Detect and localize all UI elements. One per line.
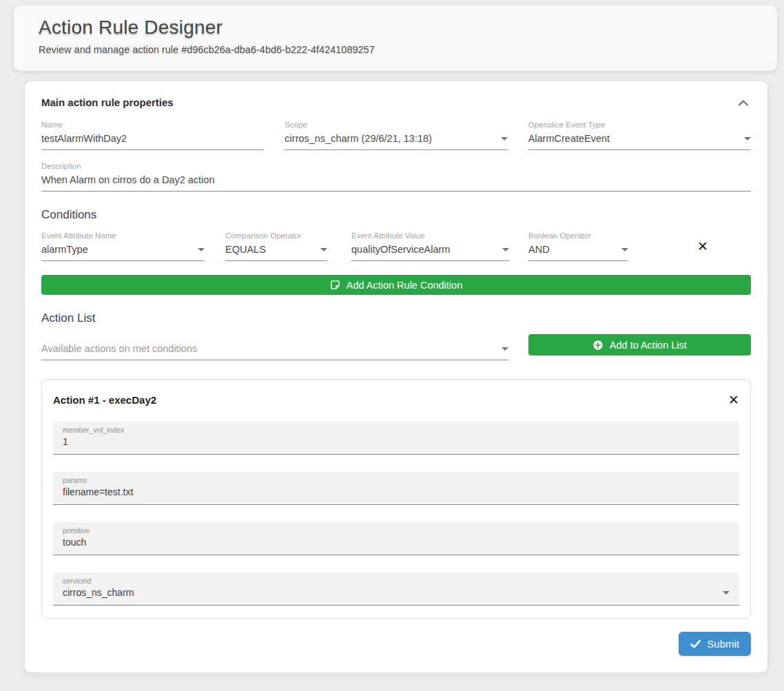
primitive-input[interactable]: touch <box>63 537 730 548</box>
collapse-panel-button[interactable] <box>736 95 751 110</box>
primitive-label: primitive <box>63 526 730 535</box>
page-subtitle: Review and manage action rule #d96cb26a-… <box>39 44 777 55</box>
boolean-operator-value[interactable]: AND <box>528 244 550 255</box>
section-title-main-properties: Main action rule properties <box>41 96 751 108</box>
page-title: Action Rule Designer <box>39 17 777 39</box>
condition-row: Event Attribute Name alarmType Compariso… <box>41 231 751 261</box>
submit-row: Submit <box>41 632 751 656</box>
comparison-operator-select[interactable]: Comparison Operator EQUALS <box>225 231 327 261</box>
dropdown-caret-icon <box>744 137 751 141</box>
dropdown-caret-icon <box>501 137 508 141</box>
conditions-heading: Conditions <box>41 208 751 222</box>
dropdown-caret-icon <box>723 591 730 595</box>
action-list-row: Available actions on met conditions Add … <box>41 334 751 360</box>
event-attribute-name-label: Event Attribute Name <box>41 231 205 240</box>
dropdown-caret-icon <box>502 248 509 251</box>
params-label: params <box>63 476 730 484</box>
event-type-label: Openslice Event Type <box>528 121 751 129</box>
member-vnf-index-input[interactable]: 1 <box>63 436 730 447</box>
event-attribute-name-value[interactable]: alarmType <box>41 244 88 255</box>
chevron-up-icon <box>739 100 748 106</box>
event-type-select[interactable]: Openslice Event Type AlarmCreateEvent <box>528 121 751 150</box>
primitive-field[interactable]: primitive touch <box>53 522 739 555</box>
remove-action-button[interactable]: ✕ <box>728 393 739 406</box>
member-vnf-index-field[interactable]: member_vnf_index 1 <box>53 422 739 455</box>
remove-condition-button[interactable]: ✕ <box>697 240 708 253</box>
submit-button[interactable]: Submit <box>679 632 751 656</box>
event-attribute-value-label: Event Attribute Value <box>351 231 509 240</box>
action-rule-form-card: Main action rule properties Name testAla… <box>24 81 768 673</box>
add-circle-icon <box>592 340 604 351</box>
add-to-action-list-button[interactable]: Add to Action List <box>528 334 751 355</box>
scope-select[interactable]: Scope cirros_ns_charm (29/6/21, 13:18) <box>285 121 507 150</box>
dropdown-caret-icon <box>621 248 628 251</box>
action-card-header: Action #1 - execDay2 ✕ <box>53 393 739 406</box>
description-field[interactable]: Description When Alarm on cirros do a Da… <box>41 162 751 192</box>
add-condition-label: Add Action Rule Condition <box>347 280 462 291</box>
serviceid-select[interactable]: serviceid cirros_ns_charm <box>53 573 739 606</box>
params-field[interactable]: params filename=test.txt <box>53 472 739 505</box>
page-header-card: Action Rule Designer Review and manage a… <box>14 6 777 71</box>
dropdown-caret-icon <box>198 248 205 251</box>
serviceid-value[interactable]: cirros_ns_charm <box>63 587 134 598</box>
note-add-icon <box>330 280 340 290</box>
description-input[interactable]: When Alarm on cirros do a Day2 action <box>41 174 751 186</box>
action-card-title: Action #1 - execDay2 <box>53 394 156 406</box>
serviceid-label: serviceid <box>63 577 730 585</box>
properties-row: Name testAlarmWithDay2 Scope cirros_ns_c… <box>41 121 751 150</box>
boolean-operator-label: Boolean Operator <box>528 231 628 240</box>
action-card: Action #1 - execDay2 ✕ member_vnf_index … <box>41 379 751 619</box>
event-attribute-value-select[interactable]: Event Attribute Value qualityOfServiceAl… <box>351 231 509 261</box>
name-field[interactable]: Name testAlarmWithDay2 <box>41 121 264 150</box>
available-actions-select[interactable]: Available actions on met conditions <box>41 342 508 360</box>
event-attribute-value-value[interactable]: qualityOfServiceAlarm <box>351 244 450 255</box>
params-input[interactable]: filename=test.txt <box>63 486 730 497</box>
member-vnf-index-label: member_vnf_index <box>63 426 730 434</box>
add-condition-button[interactable]: Add Action Rule Condition <box>41 275 751 295</box>
available-actions-placeholder[interactable]: Available actions on met conditions <box>41 343 197 354</box>
scope-label: Scope <box>285 121 507 129</box>
dropdown-caret-icon <box>502 347 508 351</box>
submit-label: Submit <box>707 638 739 650</box>
add-to-action-list-label: Add to Action List <box>610 340 687 351</box>
check-icon <box>690 640 701 648</box>
description-label: Description <box>41 162 751 170</box>
name-label: Name <box>41 121 264 129</box>
event-type-value[interactable]: AlarmCreateEvent <box>528 133 610 144</box>
comparison-operator-value[interactable]: EQUALS <box>225 244 266 255</box>
boolean-operator-select[interactable]: Boolean Operator AND <box>528 231 628 261</box>
comparison-operator-label: Comparison Operator <box>225 231 327 240</box>
event-attribute-name-select[interactable]: Event Attribute Name alarmType <box>41 231 205 261</box>
action-list-heading: Action List <box>41 311 751 325</box>
name-input[interactable]: testAlarmWithDay2 <box>41 132 264 145</box>
dropdown-caret-icon <box>320 248 327 251</box>
scope-value[interactable]: cirros_ns_charm (29/6/21, 13:18) <box>285 133 432 144</box>
